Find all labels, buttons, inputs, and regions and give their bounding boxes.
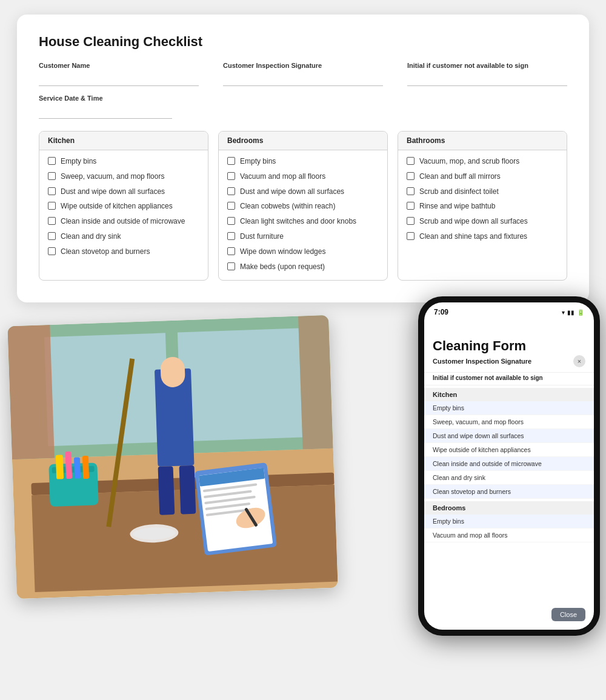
customer-name-field: Customer Name: [39, 62, 199, 86]
initial-field: Initial if customer not available to sig…: [407, 62, 567, 86]
inspection-signature-field: Customer Inspection Signature: [223, 62, 383, 86]
inspection-signature-label: Customer Inspection Signature: [223, 62, 383, 69]
bathrooms-header: Bathrooms: [398, 132, 567, 150]
phone-list-item[interactable]: Clean stovetop and burners: [424, 485, 594, 499]
svg-rect-2: [44, 333, 169, 447]
list-item: Clean stovetop and burners: [48, 247, 199, 257]
checkbox-icon[interactable]: [48, 232, 56, 240]
cleaning-photo: [7, 315, 338, 599]
phone-close-button[interactable]: ×: [573, 355, 585, 367]
service-date-row: Service Date & Time: [39, 95, 567, 119]
customer-name-line[interactable]: [39, 73, 199, 86]
checkbox-icon[interactable]: [227, 232, 235, 240]
bedrooms-header: Bedrooms: [219, 132, 387, 150]
svg-rect-5: [298, 315, 333, 450]
phone-mockup: 7:09 ▾ ▮▮ 🔋 Cleaning Form Customer Inspe…: [418, 296, 600, 636]
list-item: Scrub and wipe down all surfaces: [407, 216, 558, 227]
phone-app-header: Cleaning Form Customer Inspection Signat…: [424, 319, 594, 372]
bathrooms-section: Bathrooms Vacuum, mop, and scrub floors …: [398, 131, 567, 281]
svg-rect-14: [82, 456, 89, 479]
phone-footer: Close: [551, 608, 585, 621]
wifi-icon: ▾: [562, 309, 565, 316]
checkbox-icon[interactable]: [407, 202, 415, 210]
svg-rect-21: [179, 465, 196, 515]
checkbox-icon[interactable]: [48, 202, 56, 210]
inspection-signature-line[interactable]: [223, 73, 383, 86]
phone-initial-label: Initial if customer not available to sig…: [424, 373, 594, 385]
list-item: Empty bins: [227, 156, 379, 167]
kitchen-header: Kitchen: [39, 132, 208, 150]
initial-label: Initial if customer not available to sig…: [407, 62, 567, 69]
initial-line[interactable]: [407, 73, 567, 86]
checkbox-icon[interactable]: [227, 172, 235, 180]
svg-rect-20: [158, 466, 175, 515]
svg-rect-4: [7, 325, 55, 459]
svg-rect-12: [65, 452, 73, 479]
checkbox-icon[interactable]: [407, 217, 415, 225]
checkbox-icon[interactable]: [407, 187, 415, 195]
list-item: Clean light switches and door knobs: [227, 216, 379, 227]
list-item: Clean and dry sink: [48, 232, 199, 242]
svg-rect-11: [56, 455, 64, 479]
checkbox-icon[interactable]: [227, 247, 235, 255]
phone-status-icons: ▾ ▮▮ 🔋: [562, 309, 584, 316]
phone-list-item[interactable]: Clean and dry sink: [424, 471, 594, 485]
kitchen-items: Empty bins Sweep, vacuum, and mop floors…: [39, 150, 208, 265]
phone-list-item[interactable]: Sweep, vacuum, and mop floors: [424, 415, 594, 429]
checkbox-icon[interactable]: [48, 247, 56, 255]
checkbox-icon[interactable]: [407, 157, 415, 165]
checkbox-icon[interactable]: [48, 172, 56, 180]
checklist-card: House Cleaning Checklist Customer Name C…: [17, 15, 589, 302]
phone-close-row: Customer Inspection Signature ×: [433, 355, 585, 367]
service-date-label: Service Date & Time: [39, 95, 172, 102]
checkbox-icon[interactable]: [227, 202, 235, 210]
svg-rect-13: [74, 458, 81, 479]
phone-subtitle: Customer Inspection Signature: [433, 358, 531, 365]
phone-list-item[interactable]: Empty bins: [424, 401, 594, 415]
svg-rect-19: [160, 357, 185, 388]
phone-close-footer-button[interactable]: Close: [551, 608, 585, 621]
list-item: Clean and buff all mirrors: [407, 172, 558, 182]
list-item: Dust and wipe down all surfaces: [48, 187, 199, 197]
list-item: Scrub and disinfect toilet: [407, 187, 558, 197]
bedrooms-items: Empty bins Vacuum and mop all floors Dus…: [219, 150, 387, 280]
phone-list-item[interactable]: Clean inside and outside of microwave: [424, 457, 594, 471]
list-item: Dust furniture: [227, 232, 379, 242]
list-item: Vacuum, mop, and scrub floors: [407, 156, 558, 167]
sections-row: Kitchen Empty bins Sweep, vacuum, and mo…: [39, 131, 567, 281]
checkbox-icon[interactable]: [227, 157, 235, 165]
phone-list-item[interactable]: Dust and wipe down all surfaces: [424, 429, 594, 443]
list-item: Clean and shine taps and fixtures: [407, 232, 558, 242]
list-item: Empty bins: [48, 156, 199, 167]
checkbox-icon[interactable]: [48, 217, 56, 225]
customer-name-label: Customer Name: [39, 62, 199, 69]
phone-screen: 7:09 ▾ ▮▮ 🔋 Cleaning Form Customer Inspe…: [424, 302, 594, 630]
bathrooms-items: Vacuum, mop, and scrub floors Clean and …: [398, 150, 567, 250]
bottom-area: 7:09 ▾ ▮▮ 🔋 Cleaning Form Customer Inspe…: [0, 296, 606, 636]
checkbox-icon[interactable]: [227, 187, 235, 195]
service-date-field: Service Date & Time: [39, 95, 172, 119]
kitchen-section: Kitchen Empty bins Sweep, vacuum, and mo…: [39, 131, 208, 281]
phone-app-title: Cleaning Form: [433, 339, 585, 353]
checkbox-icon[interactable]: [48, 157, 56, 165]
checklist-title: House Cleaning Checklist: [39, 34, 567, 50]
phone-time: 7:09: [434, 308, 448, 316]
phone-list-item[interactable]: Empty bins: [424, 515, 594, 528]
signal-icon: ▮▮: [567, 309, 574, 316]
checkbox-icon[interactable]: [227, 217, 235, 225]
phone-status-bar: 7:09 ▾ ▮▮ 🔋: [424, 302, 594, 319]
list-item: Rinse and wipe bathtub: [407, 201, 558, 212]
list-item: Vacuum and mop all floors: [227, 172, 379, 182]
list-item: Dust and wipe down all surfaces: [227, 187, 379, 197]
list-item: Wipe outside of kitchen appliances: [48, 201, 199, 212]
phone-list-item[interactable]: Vacuum and mop all floors: [424, 528, 594, 542]
checkbox-icon[interactable]: [227, 262, 235, 270]
checkbox-icon[interactable]: [48, 187, 56, 195]
phone-list-item[interactable]: Wipe outside of kitchen appliances: [424, 443, 594, 457]
battery-icon: 🔋: [577, 309, 584, 316]
list-item: Wipe down window ledges: [227, 247, 379, 257]
bedrooms-section: Bedrooms Empty bins Vacuum and mop all f…: [218, 131, 388, 281]
checkbox-icon[interactable]: [407, 232, 415, 240]
service-date-line[interactable]: [39, 105, 172, 119]
checkbox-icon[interactable]: [407, 172, 415, 180]
